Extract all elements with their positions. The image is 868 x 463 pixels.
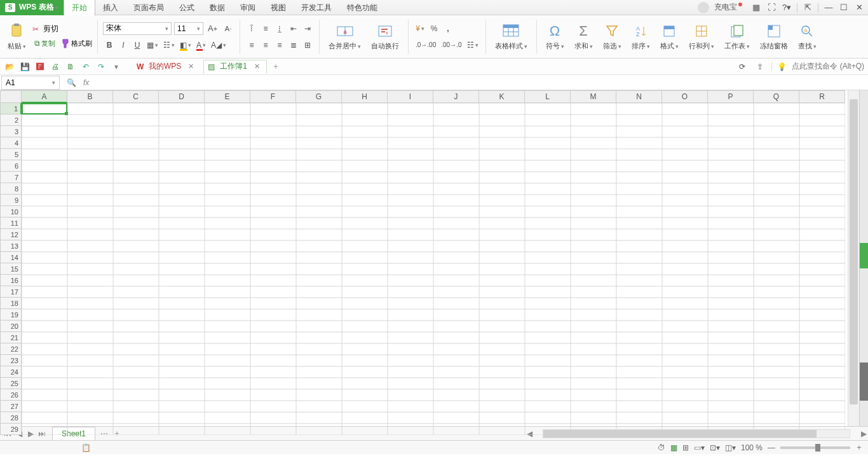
rowcol-group[interactable]: 行和列▾ xyxy=(685,22,718,51)
row-header[interactable]: 4 xyxy=(0,137,22,149)
new-tab-icon[interactable]: ＋ xyxy=(269,60,282,73)
font-size-select[interactable]: 11▾ xyxy=(174,22,203,35)
grow-font-icon[interactable]: A+ xyxy=(206,22,219,35)
format-group[interactable]: 格式▾ xyxy=(656,22,682,51)
row-header[interactable]: 27 xyxy=(0,401,22,412)
row-header[interactable]: 19 xyxy=(0,309,22,321)
row-header[interactable]: 9 xyxy=(0,195,22,206)
side-handle-icon[interactable] xyxy=(860,243,868,268)
align-center-icon[interactable]: ≡ xyxy=(259,39,272,52)
minimize-button[interactable]: — xyxy=(824,3,834,12)
zoom-slider[interactable] xyxy=(780,446,850,449)
cut-button[interactable]: ✂ 剪切 xyxy=(32,24,92,34)
row-header[interactable]: 6 xyxy=(0,160,22,172)
avatar[interactable] xyxy=(698,2,709,13)
formula-input[interactable] xyxy=(93,76,868,90)
column-header[interactable]: E xyxy=(205,90,250,103)
zoom-knob[interactable] xyxy=(815,444,820,452)
decrease-decimal-icon[interactable]: .00→.0 xyxy=(439,39,463,52)
help-menu[interactable]: ?▾ xyxy=(782,3,792,12)
side-panel[interactable] xyxy=(859,90,868,426)
fx-icon[interactable]: fx xyxy=(83,78,89,87)
tab-review[interactable]: 审阅 xyxy=(233,0,263,15)
row-header[interactable]: 25 xyxy=(0,378,22,389)
vscroll-thumb[interactable] xyxy=(850,99,858,404)
app-menu-dropdown-icon[interactable]: ▾ xyxy=(55,4,58,11)
row-header[interactable]: 21 xyxy=(0,332,22,343)
name-box[interactable]: A1▾ xyxy=(1,76,60,90)
skin-icon[interactable]: ▦ xyxy=(751,3,761,12)
border-button[interactable]: ▦▾ xyxy=(145,39,160,52)
paste-icon[interactable] xyxy=(8,22,26,40)
horizontal-scrollbar[interactable]: ◀ ▶ xyxy=(525,428,868,439)
ribbon-collapse-icon[interactable]: ⇱ xyxy=(803,3,813,12)
table-style-group[interactable]: 表格样式▾ xyxy=(491,22,531,51)
select-all-corner[interactable] xyxy=(0,90,22,103)
row-header[interactable]: 20 xyxy=(0,321,22,332)
italic-button[interactable]: I xyxy=(117,39,130,52)
percent-icon[interactable]: % xyxy=(428,22,440,35)
underline-button[interactable]: U xyxy=(131,39,144,52)
column-header[interactable]: R xyxy=(799,90,845,103)
hscroll-right-icon[interactable]: ▶ xyxy=(859,429,868,438)
column-header[interactable]: L xyxy=(525,90,571,103)
row-header[interactable]: 26 xyxy=(0,389,22,401)
export-pdf-icon[interactable]: 🅿 xyxy=(34,61,46,73)
undo-icon[interactable]: ↶ xyxy=(80,61,92,73)
clipboard-status-icon[interactable]: 📋 xyxy=(81,443,91,452)
hscroll-track[interactable] xyxy=(543,429,850,438)
find-group[interactable]: a 查找▾ xyxy=(794,22,820,51)
column-header[interactable]: I xyxy=(388,90,433,103)
column-header[interactable]: A xyxy=(22,90,67,103)
column-header[interactable]: H xyxy=(342,90,388,103)
copy-button[interactable]: ⧉复制 xyxy=(32,37,57,50)
row-header[interactable]: 29 xyxy=(0,424,22,435)
font-name-select[interactable]: 宋体▾ xyxy=(103,22,172,35)
sort-group[interactable]: AZ 排序▾ xyxy=(628,22,654,51)
share-icon[interactable]: ⇪ xyxy=(754,60,766,73)
side-handle2-icon[interactable] xyxy=(860,363,868,401)
column-header[interactable]: D xyxy=(159,90,205,103)
freeze-group[interactable]: 冻结窗格 xyxy=(756,22,792,51)
tshirt-icon[interactable]: ⛶ xyxy=(766,3,776,12)
row-header[interactable]: 22 xyxy=(0,343,22,355)
row-header[interactable]: 14 xyxy=(0,252,22,263)
row-header[interactable]: 7 xyxy=(0,172,22,183)
view-custom-icon[interactable]: ⊡▾ xyxy=(710,443,720,452)
view-normal-icon[interactable]: ▦ xyxy=(670,443,677,452)
view-reading-icon[interactable]: ▭▾ xyxy=(694,443,705,452)
align-middle-icon[interactable]: ≡ xyxy=(259,22,272,35)
align-justify-icon[interactable]: ≣ xyxy=(287,39,300,52)
tab-insert[interactable]: 插入 xyxy=(95,0,126,15)
sum-group[interactable]: Σ 求和▾ xyxy=(571,22,597,51)
merge-center-group[interactable]: a 合并居中▾ xyxy=(325,22,365,51)
row-header[interactable]: 2 xyxy=(0,114,22,126)
tab-formulas[interactable]: 公式 xyxy=(172,0,202,15)
tab-special[interactable]: 特色功能 xyxy=(339,0,385,15)
column-header[interactable]: J xyxy=(433,90,479,103)
view-layout-icon[interactable]: ◫▾ xyxy=(725,443,736,452)
worksheet-group[interactable]: 工作表▾ xyxy=(721,22,754,51)
tab-start[interactable]: 开始 xyxy=(64,0,95,16)
row-header[interactable]: 13 xyxy=(0,240,22,252)
align-bottom-icon[interactable]: ⫶̲ xyxy=(273,22,286,35)
row-header[interactable]: 28 xyxy=(0,412,22,424)
close-button[interactable]: ✕ xyxy=(854,3,864,12)
vertical-scrollbar[interactable] xyxy=(848,90,859,426)
cell-style-button[interactable]: ☷▾ xyxy=(161,39,177,52)
clear-format-button[interactable]: A◢▾ xyxy=(209,39,228,52)
indent-decrease-icon[interactable]: ⇤ xyxy=(287,22,300,35)
column-header[interactable]: N xyxy=(616,90,662,103)
filter-group[interactable]: 筛选▾ xyxy=(599,22,625,51)
column-header[interactable]: B xyxy=(67,90,113,103)
column-header[interactable]: O xyxy=(662,90,708,103)
align-left-icon[interactable]: ≡ xyxy=(245,39,258,52)
comma-icon[interactable]: , xyxy=(442,22,454,35)
number-format-icon[interactable]: ☷▾ xyxy=(465,39,480,52)
user-name[interactable]: 充电宝 xyxy=(714,2,737,13)
zoom-lens-icon[interactable]: 🔍 xyxy=(65,76,78,89)
tab-data[interactable]: 数据 xyxy=(202,0,233,15)
wrap-text-group[interactable]: 自动换行 xyxy=(367,22,403,51)
merge-cells-icon[interactable]: ⊞ xyxy=(301,39,314,52)
row-header[interactable]: 16 xyxy=(0,275,22,286)
